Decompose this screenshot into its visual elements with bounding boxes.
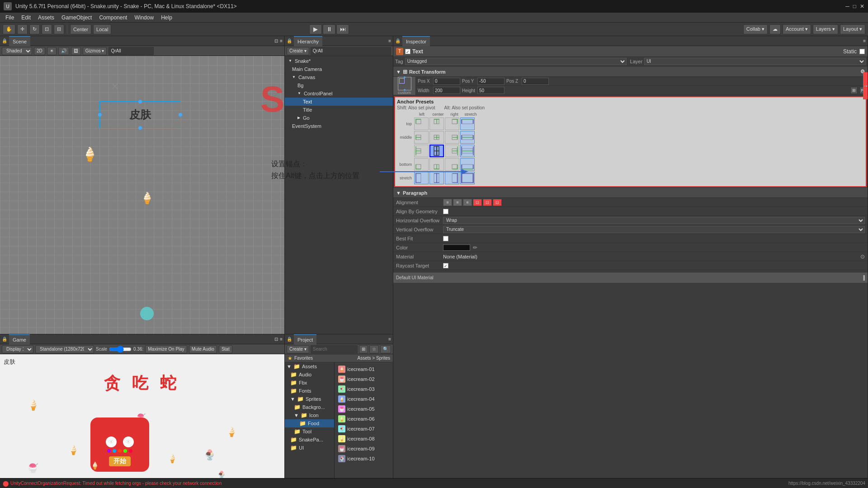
asset-icecream-09[interactable]: 🍧 icecream-09 bbox=[336, 444, 391, 454]
start-btn[interactable]: 开始 bbox=[109, 456, 131, 466]
proj-fonts[interactable]: 📁 Fonts bbox=[285, 387, 334, 395]
tag-select[interactable]: Untagged bbox=[405, 58, 627, 65]
project-tab[interactable]: Project bbox=[294, 334, 316, 344]
audio-btn[interactable]: 🔊 bbox=[58, 47, 69, 55]
scene-tab[interactable]: Scene bbox=[9, 36, 30, 46]
layers-btn[interactable]: Layers ▾ bbox=[813, 24, 838, 34]
proj-backgro[interactable]: 📁 Backgro... bbox=[285, 403, 334, 411]
posy-input[interactable] bbox=[477, 78, 505, 85]
hier-item-snake[interactable]: ▼ Snake* bbox=[285, 57, 393, 65]
scene-maximize[interactable]: ⊡ bbox=[274, 38, 278, 43]
menu-file[interactable]: File bbox=[2, 13, 18, 22]
cloud-btn[interactable]: ☁ bbox=[769, 24, 781, 34]
hier-item-canvas[interactable]: ▼ Canvas bbox=[285, 73, 393, 81]
menu-component[interactable]: Component bbox=[95, 13, 131, 22]
scene-viewport[interactable]: ✕ 皮肤 S 🍦 🍦 bbox=[0, 56, 284, 334]
anchor-sel-stretch[interactable] bbox=[460, 145, 475, 157]
inspector-tab[interactable]: Inspector bbox=[402, 36, 430, 46]
posx-input[interactable] bbox=[433, 78, 460, 85]
gizmos-btn[interactable]: Gizmos ▾ bbox=[83, 47, 107, 55]
2d-btn[interactable]: 2D bbox=[34, 47, 45, 55]
anchor-str-stretch[interactable] bbox=[460, 172, 475, 184]
hier-create-btn[interactable]: Create ▾ bbox=[287, 47, 309, 55]
proj-fbx[interactable]: 📁 Fbx bbox=[285, 379, 334, 387]
height-input[interactable] bbox=[477, 87, 505, 94]
local-btn[interactable]: Local bbox=[93, 24, 111, 34]
color-swatch[interactable] bbox=[443, 244, 470, 251]
handle-left[interactable] bbox=[98, 113, 102, 117]
vert-overflow-select[interactable]: Truncate bbox=[443, 226, 865, 233]
hier-item-eventsystem[interactable]: EventSystem bbox=[285, 122, 393, 130]
scale-slider[interactable] bbox=[109, 347, 132, 352]
maximize-btn[interactable]: □ bbox=[853, 3, 856, 9]
anchor-str-right[interactable] bbox=[445, 172, 459, 184]
hier-item-title[interactable]: Title bbox=[285, 106, 393, 114]
horiz-overflow-select[interactable]: Wrap bbox=[443, 217, 865, 224]
align-top-center[interactable]: ⊡ bbox=[483, 199, 492, 206]
paragraph-header[interactable]: ▼ Paragraph bbox=[393, 188, 868, 198]
pause-btn[interactable]: ⏸ bbox=[323, 24, 335, 34]
game-menu[interactable]: ≡ bbox=[280, 337, 283, 342]
insp-menu[interactable]: ≡ bbox=[863, 38, 866, 43]
asset-icecream-01[interactable]: 🍦 icecream-01 bbox=[336, 364, 391, 374]
step-btn[interactable]: ⏭ bbox=[336, 24, 349, 34]
light-btn[interactable]: ☀ bbox=[47, 47, 57, 55]
anchor-bot-center[interactable] bbox=[429, 158, 444, 171]
anchor-sel-right[interactable] bbox=[445, 145, 459, 157]
custom-anchor-area[interactable]: custom bbox=[393, 77, 416, 95]
asset-icecream-07[interactable]: 🍨 icecream-07 bbox=[336, 424, 391, 434]
close-btn[interactable]: ✕ bbox=[860, 3, 864, 9]
center-btn[interactable]: Center bbox=[70, 24, 91, 34]
text-element-selected[interactable]: 皮肤 bbox=[99, 101, 181, 128]
component-enabled-chk[interactable] bbox=[405, 49, 410, 54]
rotate-tool[interactable]: ↻ bbox=[29, 24, 40, 34]
color-picker-btn[interactable]: ✏ bbox=[472, 244, 478, 251]
hier-item-text[interactable]: Text bbox=[285, 98, 393, 106]
collab-btn[interactable]: Collab ▾ bbox=[743, 24, 768, 34]
hier-item-maincamera[interactable]: Main Camera bbox=[285, 65, 393, 73]
anchor-top-right[interactable] bbox=[445, 117, 459, 130]
anchor-mid-right[interactable] bbox=[445, 131, 459, 144]
proj-btn3[interactable]: 🔍 bbox=[380, 345, 391, 353]
asset-icecream-02[interactable]: 🍧 icecream-02 bbox=[336, 374, 391, 384]
best-fit-chk[interactable] bbox=[443, 236, 448, 241]
stats-btn[interactable]: Stat bbox=[219, 345, 232, 353]
display-select[interactable]: Display 1 bbox=[2, 345, 33, 353]
align-top-left[interactable]: ⊡ bbox=[473, 199, 482, 206]
anchor-top-stretch[interactable] bbox=[460, 117, 475, 130]
asset-icecream-08[interactable]: 🍦 icecream-08 bbox=[336, 434, 391, 444]
scale-tool[interactable]: ⊡ bbox=[42, 24, 52, 34]
asset-icecream-10[interactable]: 🍨 icecream-10 bbox=[336, 454, 391, 464]
game-maximize[interactable]: ⊡ bbox=[274, 337, 278, 342]
anchor-str-center[interactable] bbox=[429, 172, 444, 184]
hier-search[interactable] bbox=[311, 47, 391, 55]
shading-mode-select[interactable]: Shaded bbox=[2, 47, 32, 55]
anchor-bot-right[interactable] bbox=[445, 158, 459, 171]
anchor-top-left[interactable] bbox=[414, 117, 429, 130]
raycast-chk[interactable] bbox=[443, 263, 448, 268]
proj-search[interactable] bbox=[311, 345, 358, 353]
anchor-str-left[interactable] bbox=[414, 172, 429, 184]
handle-right[interactable] bbox=[179, 113, 182, 117]
maximize-on-play[interactable]: Maximize On Play bbox=[145, 345, 187, 353]
proj-food[interactable]: 📁 Food bbox=[285, 419, 334, 427]
hierarchy-tab[interactable]: Hierarchy bbox=[294, 36, 322, 46]
asset-icecream-05[interactable]: 🍧 icecream-05 bbox=[336, 404, 391, 414]
account-btn[interactable]: Account ▾ bbox=[783, 24, 811, 34]
resolution-select[interactable]: Standalone (1280x720) bbox=[35, 345, 94, 353]
anchor-sel-left[interactable] bbox=[414, 145, 429, 157]
layout-btn[interactable]: Layout ▾ bbox=[840, 24, 865, 34]
image-btn[interactable]: 🖼 bbox=[71, 47, 81, 55]
proj-menu[interactable]: ≡ bbox=[388, 337, 391, 342]
proj-icon[interactable]: ▼ 📁 Icon bbox=[285, 411, 334, 419]
menu-assets[interactable]: Assets bbox=[34, 13, 58, 22]
asset-icecream-06[interactable]: 🍦 icecream-06 bbox=[336, 414, 391, 424]
rect-tool[interactable]: ⊟ bbox=[54, 24, 64, 34]
align-top-right[interactable]: ⊡ bbox=[493, 199, 502, 206]
scene-menu[interactable]: ≡ bbox=[280, 38, 283, 43]
anchor-mid-stretch[interactable] bbox=[460, 131, 475, 144]
material-picker[interactable]: ⊙ bbox=[860, 253, 865, 260]
hier-menu[interactable]: ≡ bbox=[388, 38, 391, 43]
anchor-mid-center[interactable] bbox=[429, 131, 444, 144]
hier-item-controlpanel[interactable]: ▼ ControlPanel bbox=[285, 89, 393, 98]
